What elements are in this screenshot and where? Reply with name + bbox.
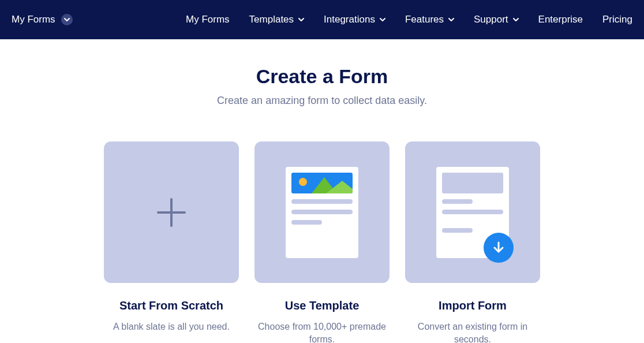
card-title: Start From Scratch xyxy=(119,299,223,312)
page-subtitle: Create an amazing form to collect data e… xyxy=(217,95,427,107)
nav-item-templates[interactable]: Templates xyxy=(249,14,304,25)
nav-item-label: Enterprise xyxy=(538,14,583,25)
image-thumbnail-icon xyxy=(291,173,353,193)
placeholder-bar xyxy=(291,210,353,214)
page-title: Create a Form xyxy=(256,65,388,88)
option-use-template: Use Template Choose from 10,000+ premade… xyxy=(254,141,390,343)
nav-item-label: Templates xyxy=(249,14,294,25)
download-icon xyxy=(484,233,514,263)
import-illustration xyxy=(436,167,509,258)
nav-item-label: Pricing xyxy=(602,14,632,25)
nav-item-pricing[interactable]: Pricing xyxy=(602,14,632,25)
card-start-from-scratch[interactable] xyxy=(104,141,239,283)
plus-icon xyxy=(156,197,187,228)
main-content: Create a Form Create an amazing form to … xyxy=(0,39,644,343)
nav-item-label: Integrations xyxy=(324,14,375,25)
nav-item-my-forms[interactable]: My Forms xyxy=(186,14,230,25)
nav-item-support[interactable]: Support xyxy=(474,14,519,25)
template-illustration xyxy=(286,167,358,258)
card-import-form[interactable] xyxy=(405,141,540,283)
nav-item-enterprise[interactable]: Enterprise xyxy=(538,14,583,25)
option-start-from-scratch: Start From Scratch A blank slate is all … xyxy=(104,141,239,343)
card-desc: Choose from 10,000+ premade forms. xyxy=(254,320,390,343)
nav-brand[interactable]: My Forms xyxy=(12,14,73,25)
chevron-down-icon xyxy=(448,14,454,25)
nav-menu: My Forms Templates Integrations Features… xyxy=(186,14,632,25)
nav-item-features[interactable]: Features xyxy=(405,14,454,25)
top-nav: My Forms My Forms Templates Integrations… xyxy=(0,0,644,39)
chevron-down-icon xyxy=(61,14,73,25)
placeholder-bar xyxy=(291,199,353,204)
chevron-down-icon xyxy=(380,14,385,25)
card-desc: A blank slate is all you need. xyxy=(113,320,230,333)
card-use-template[interactable] xyxy=(254,141,390,283)
nav-item-label: My Forms xyxy=(186,14,230,25)
card-title: Use Template xyxy=(285,299,360,312)
option-import-form: Import Form Convert an existing form in … xyxy=(405,141,540,343)
placeholder-bar xyxy=(291,220,322,225)
placeholder-bar xyxy=(442,210,503,214)
card-desc: Convert an existing form in seconds. xyxy=(405,320,540,343)
nav-item-integrations[interactable]: Integrations xyxy=(324,14,385,25)
placeholder-bar xyxy=(442,228,473,233)
placeholder-block xyxy=(442,173,503,193)
card-title: Import Form xyxy=(439,299,507,312)
nav-item-label: Features xyxy=(405,14,444,25)
chevron-down-icon xyxy=(513,14,519,25)
chevron-down-icon xyxy=(298,14,304,25)
placeholder-bar xyxy=(442,199,473,204)
nav-item-label: Support xyxy=(474,14,508,25)
nav-brand-label: My Forms xyxy=(12,14,55,25)
cards-row: Start From Scratch A blank slate is all … xyxy=(104,141,540,343)
